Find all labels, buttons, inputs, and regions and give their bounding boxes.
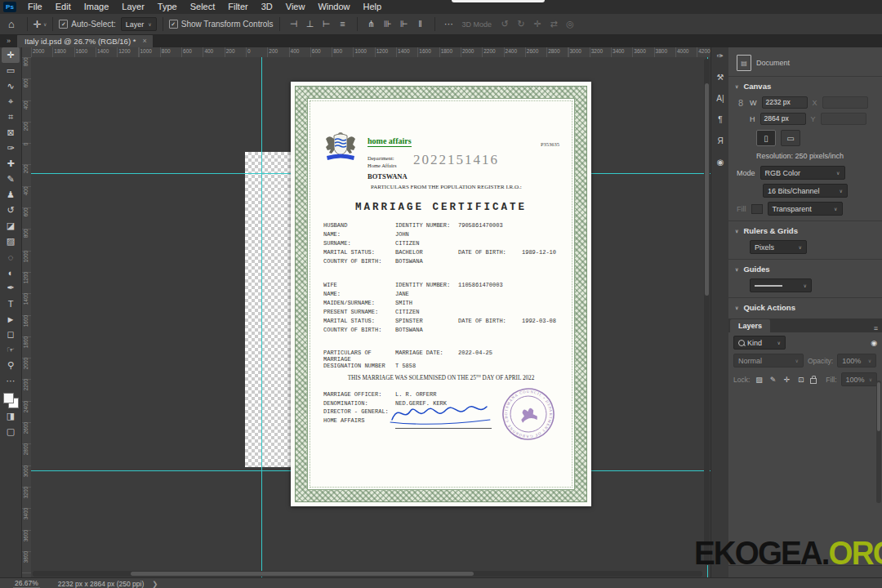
fill-swatch[interactable] [751,204,763,214]
distribute-gaps-icon[interactable]: ‖ [412,19,429,29]
path-select-tool[interactable]: ► [2,311,20,327]
menu-edit[interactable]: Edit [49,0,78,14]
type-tool[interactable]: T [2,296,20,311]
eraser-tool[interactable]: ◪ [2,218,20,234]
menu-filter[interactable]: Filter [221,0,254,14]
link-dimensions-icon[interactable]: 8 [737,98,745,108]
menu-layer[interactable]: Layer [115,0,151,14]
lasso-tool[interactable]: ∿ [2,78,20,94]
quick-actions-header[interactable]: ∨Quick Actions [728,303,882,312]
certificate-document[interactable]: home affairs P353635 Department: Home Af… [291,82,591,506]
bit-depth-dropdown[interactable]: 16 Bits/Channel∨ [763,184,848,198]
distribute-bottom-icon[interactable]: ⊩ [396,19,412,29]
pen-tool[interactable]: ✒ [2,280,20,296]
frame-tool[interactable]: ⊠ [2,125,20,140]
marquee-tool[interactable]: ▭ [2,63,20,78]
filter-kind-dropdown[interactable]: Kind ∨ [733,336,786,350]
move-tool[interactable]: ✛ [2,47,20,63]
transparent-canvas-area[interactable] [245,152,296,467]
chevron-down-icon[interactable]: ∨ [43,21,47,27]
character-panel-icon[interactable]: A| [712,89,728,107]
gradient-tool[interactable]: ▨ [2,234,20,249]
quick-mask-icon[interactable]: ◨ [2,408,20,424]
orientation-landscape-button[interactable]: ▭ [781,130,800,146]
menu-view[interactable]: View [279,0,312,14]
menu-3d[interactable]: 3D [255,0,279,14]
3d-orbit-icon[interactable]: ↺ [497,19,513,29]
zoom-tool[interactable]: ⚲ [2,358,20,373]
clone-stamp-tool[interactable]: ♟ [2,187,20,203]
menu-type[interactable]: Type [151,0,184,14]
layers-scrollbar[interactable] [876,381,881,503]
color-swatches[interactable] [2,392,19,408]
canvas-viewport[interactable]: home affairs P353635 Department: Home Af… [31,57,710,577]
align-edges-icon[interactable]: ≡ [335,19,351,29]
fill-dropdown[interactable]: Transparent∨ [768,202,843,216]
blend-mode-dropdown[interactable]: Normal∨ [733,354,804,368]
canvas-section-header[interactable]: ∨Canvas [728,82,882,91]
menu-help[interactable]: Help [357,0,389,14]
x-input[interactable] [822,96,868,109]
history-brush-tool[interactable]: ↺ [2,203,20,218]
home-icon[interactable]: ⌂ [8,18,15,30]
blur-tool[interactable]: ◌ [2,249,20,265]
align-right-icon[interactable]: ⊢ [318,19,335,29]
eyedropper-tool[interactable]: ✑ [2,140,20,156]
shape-tool[interactable]: ◻ [2,327,20,342]
auto-select-target-dropdown[interactable]: Layer ∨ [121,17,157,31]
paragraph-panel-icon[interactable]: ¶ [712,110,728,128]
guide-vertical-left[interactable] [261,57,262,577]
width-input[interactable]: 2232 px [762,96,808,109]
align-center-icon[interactable]: ⊥ [302,19,318,29]
document-tab[interactable]: Italy id.psd @ 26.7% (RGB/16) * × [17,34,153,47]
certificate-cell: BOTSWANA [395,327,458,333]
guides-header[interactable]: ∨Guides [728,265,882,274]
height-input[interactable]: 2864 px [760,113,806,125]
libraries-panel-icon[interactable]: ◉ [712,153,728,171]
guide-style-dropdown[interactable]: ∨ [750,278,812,292]
vertical-scrollbar[interactable] [704,59,710,565]
3d-pan-icon[interactable]: ✛ [529,19,546,29]
y-input[interactable] [821,113,866,125]
glyphs-panel-icon[interactable]: Я [712,131,728,149]
auto-select-checkbox[interactable]: ✓ [59,20,68,29]
crop-tool[interactable]: ⌗ [2,109,20,125]
3d-slide-icon[interactable]: ⇄ [546,19,562,29]
brush-tool[interactable]: ✎ [2,172,20,187]
distribute-top-icon[interactable]: ⋔ [363,19,380,29]
menu-select[interactable]: Select [184,0,222,14]
brush-settings-panel-icon[interactable]: ✑ [712,47,728,65]
layers-menu-icon[interactable]: ≡ [874,324,878,332]
close-tab-icon[interactable]: × [142,37,146,45]
rulers-grids-header[interactable]: ∨Rulers & Grids [728,226,882,235]
menu-image[interactable]: Image [78,0,116,14]
3d-roll-icon[interactable]: ↻ [513,19,529,29]
3d-camera-icon[interactable]: ◎ [562,19,578,29]
healing-brush-tool[interactable]: ✚ [2,156,20,172]
clone-source-panel-icon[interactable]: ⚒ [712,68,728,86]
filter-toggle-icon[interactable]: ◉ [871,339,877,347]
hand-tool[interactable]: ☞ [2,342,20,358]
collapse-toolbar-icon[interactable]: » [7,37,11,45]
status-options-icon[interactable]: ❯ [152,580,158,588]
mode-dropdown[interactable]: RGB Color∨ [760,166,845,180]
menu-window[interactable]: Window [311,0,356,14]
status-zoom-field[interactable]: 26.67% [13,579,40,588]
orientation-portrait-button[interactable]: ▯ [756,130,776,146]
align-left-icon[interactable]: ⊣ [286,19,302,29]
layers-tab[interactable]: Layers [730,319,770,332]
menu-file[interactable]: File [21,0,49,14]
certificate-cell: HOME AFFAIRS [323,417,395,426]
certificate-cell: IDENTITY NUMBER: [395,282,458,288]
screen-mode-icon[interactable]: ▢ [2,424,20,439]
horizontal-scrollbar[interactable] [33,571,702,577]
foreground-color-swatch[interactable] [3,393,14,403]
dodge-tool[interactable]: ◐ [2,265,20,280]
units-dropdown[interactable]: Pixels∨ [750,240,807,254]
object-selection-tool[interactable]: ⌖ [2,94,20,109]
edit-toolbar[interactable]: ⋯ [2,373,20,389]
more-options-icon[interactable]: ⋯ [441,19,457,29]
opacity-input[interactable]: 100%∨ [837,354,876,368]
distribute-center-icon[interactable]: ⊪ [380,19,396,29]
show-transform-checkbox[interactable]: ✓ [169,20,178,29]
